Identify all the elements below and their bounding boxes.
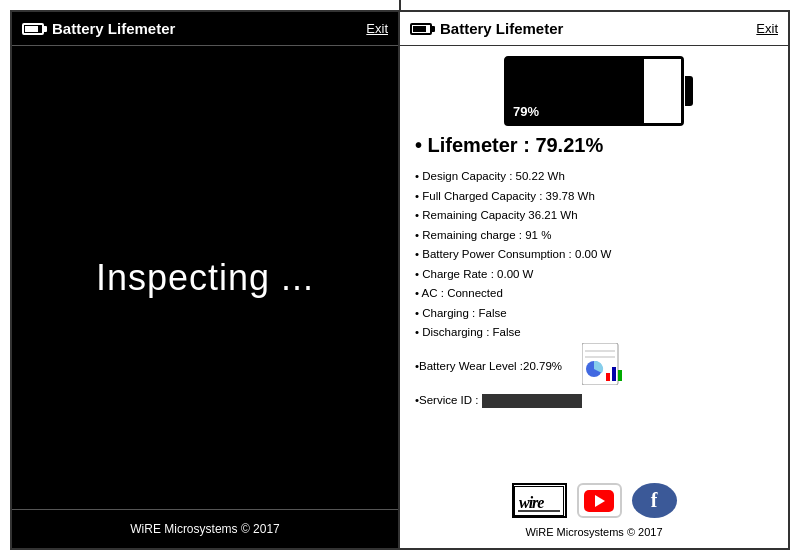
stat-service-id: Service ID : xyxy=(415,391,773,411)
left-content-area: Inspecting ... xyxy=(12,46,398,509)
right-footer: wire f WiRE Microsystems © 2017 xyxy=(400,475,788,548)
stat-remaining-charge: Remaining charge : 91 % xyxy=(415,226,773,246)
main-container: Battery Lifemeter Exit Inspecting ... Wi… xyxy=(10,10,790,550)
stat-wear-level: Battery Wear Level : 20.79% xyxy=(415,343,773,392)
stat-ac: AC : Connected xyxy=(415,284,773,304)
right-panel: Battery Lifemeter Exit 79% Lifemeter : 7… xyxy=(400,12,788,548)
service-id-bar xyxy=(482,394,582,408)
wire-logo[interactable]: wire xyxy=(512,483,567,518)
youtube-play-icon xyxy=(595,495,605,507)
left-panel: Battery Lifemeter Exit Inspecting ... Wi… xyxy=(12,12,400,548)
right-exit-button[interactable]: Exit xyxy=(756,21,778,36)
stat-charge-rate: Charge Rate : 0.00 W xyxy=(415,265,773,285)
svg-rect-6 xyxy=(618,370,622,381)
battery-visual: 79% xyxy=(504,56,684,126)
right-content-area: 79% Lifemeter : 79.21% Design Capacity :… xyxy=(400,46,788,475)
right-header: Battery Lifemeter Exit xyxy=(400,12,788,46)
lifemeter-main: Lifemeter : 79.21% xyxy=(415,134,773,157)
stats-list: Design Capacity : 50.22 Wh Full Charged … xyxy=(415,167,773,411)
youtube-inner xyxy=(584,490,614,512)
stat-charging: Charging : False xyxy=(415,304,773,324)
battery-empty xyxy=(644,59,681,123)
stat-power-consumption: Battery Power Consumption : 0.00 W xyxy=(415,245,773,265)
left-exit-button[interactable]: Exit xyxy=(366,21,388,36)
connector-line xyxy=(399,0,401,12)
svg-text:wire: wire xyxy=(519,494,544,511)
stat-full-charged: Full Charged Capacity : 39.78 Wh xyxy=(415,187,773,207)
facebook-icon[interactable]: f xyxy=(632,483,677,518)
right-footer-text: WiRE Microsystems © 2017 xyxy=(525,526,662,538)
inspecting-label: Inspecting ... xyxy=(96,257,314,299)
svg-rect-4 xyxy=(606,373,610,381)
right-panel-title: Battery Lifemeter xyxy=(440,20,756,37)
battery-percent-label: 79% xyxy=(513,104,539,119)
right-battery-icon xyxy=(410,23,432,35)
social-icons: wire f xyxy=(512,483,677,518)
youtube-icon[interactable] xyxy=(577,483,622,518)
stat-remaining-capacity: Remaining Capacity 36.21 Wh xyxy=(415,206,773,226)
left-battery-icon xyxy=(22,23,44,35)
stat-discharging: Discharging : False xyxy=(415,323,773,343)
left-header: Battery Lifemeter Exit xyxy=(12,12,398,46)
left-footer: WiRE Microsystems © 2017 xyxy=(12,509,398,548)
battery-visual-container: 79% xyxy=(415,56,773,126)
chart-icon xyxy=(582,343,630,385)
left-panel-title: Battery Lifemeter xyxy=(52,20,366,37)
svg-rect-5 xyxy=(612,367,616,381)
stat-design-capacity: Design Capacity : 50.22 Wh xyxy=(415,167,773,187)
